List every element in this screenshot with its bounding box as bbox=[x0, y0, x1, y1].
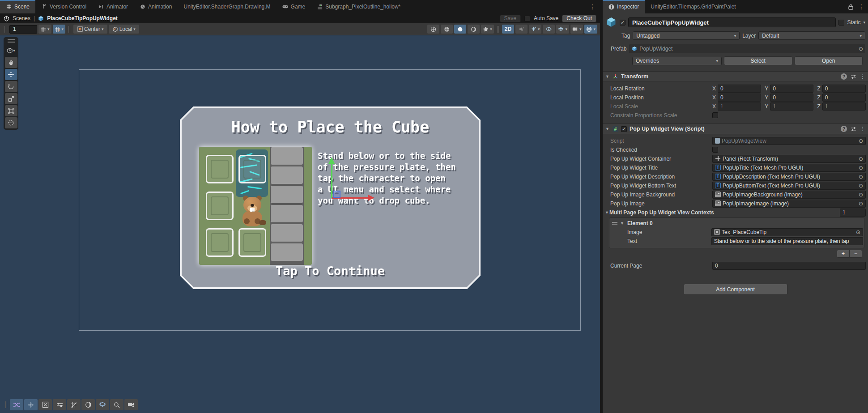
tab-game[interactable]: Game bbox=[277, 0, 311, 13]
foldout-icon[interactable]: ▼ bbox=[620, 221, 625, 226]
sliders-button[interactable] bbox=[53, 399, 66, 410]
scale-tool-button[interactable] bbox=[5, 93, 17, 104]
free-transform-button[interactable] bbox=[38, 399, 52, 410]
tab-shadergraph[interactable]: UnityEditor.ShaderGraph.Drawing.M bbox=[178, 0, 276, 13]
crescent-light-button[interactable] bbox=[81, 399, 95, 410]
mode-2d-button[interactable]: 2D bbox=[502, 25, 514, 34]
breadcrumb-root[interactable]: Scenes bbox=[13, 15, 30, 21]
debug-dropdown-button[interactable]: ▾ bbox=[481, 25, 494, 34]
toolbar-grip[interactable] bbox=[68, 26, 70, 33]
object-picker-icon[interactable]: ⊙ bbox=[859, 192, 863, 198]
select-button[interactable]: Select bbox=[724, 56, 792, 65]
component-kebab-icon[interactable]: ⋮ bbox=[860, 73, 865, 80]
rotation-y-field[interactable]: 0 bbox=[770, 85, 813, 93]
object-picker-icon[interactable]: ⊙ bbox=[859, 183, 863, 189]
scale-y-field[interactable]: 1 bbox=[770, 102, 813, 111]
tab-scene[interactable]: Scene bbox=[0, 0, 35, 13]
remove-element-button[interactable]: − bbox=[850, 250, 862, 258]
bottom-text-object-field[interactable]: PopUpButtomText (Text Mesh Pro UGUI) ⊙ bbox=[712, 182, 866, 190]
tab-subgraph[interactable]: Subgraph_PixelOutline_hollow* bbox=[311, 0, 406, 13]
move-tool-button[interactable] bbox=[5, 69, 17, 80]
tab-animator[interactable]: Animator bbox=[92, 0, 134, 13]
object-picker-icon[interactable]: ⊙ bbox=[856, 229, 860, 235]
search-button[interactable] bbox=[110, 399, 123, 410]
tool-context-dropdown[interactable]: ▾ bbox=[5, 45, 17, 56]
camera-dropdown-button[interactable]: ▾ bbox=[570, 25, 583, 34]
scale-z-field[interactable]: 1 bbox=[822, 102, 866, 111]
foldout-icon[interactable]: ▼ bbox=[605, 210, 609, 215]
overlay-grip-icon[interactable] bbox=[8, 39, 15, 43]
move-overlay-button[interactable] bbox=[24, 399, 38, 410]
gizmo-y-axis[interactable] bbox=[331, 163, 332, 198]
rotate-tool-button[interactable] bbox=[5, 81, 17, 92]
foldout-icon[interactable]: ▼ bbox=[605, 74, 610, 79]
overrides-dropdown[interactable]: Overrides ▾ bbox=[632, 57, 722, 65]
effects-dropdown-button[interactable]: ▾ bbox=[529, 25, 542, 34]
check-out-button[interactable]: Check Out bbox=[562, 15, 596, 22]
orientation-dropdown[interactable]: Local ▾ bbox=[109, 25, 139, 34]
tilemap-button[interactable] bbox=[96, 399, 109, 410]
auto-save-checkbox[interactable] bbox=[524, 16, 530, 21]
constrain-checkbox[interactable] bbox=[712, 112, 718, 118]
rotation-z-field[interactable]: 0 bbox=[822, 85, 866, 93]
grid-off-button[interactable] bbox=[67, 399, 81, 410]
image-background-object-field[interactable]: PopUpImageBackground (Image) ⊙ bbox=[712, 191, 866, 199]
chevron-down-icon[interactable]: ▾ bbox=[863, 20, 865, 25]
breadcrumb-current[interactable]: PlaceCubeTipPopUpWidget bbox=[47, 15, 118, 21]
tab-version-control[interactable]: Version Control bbox=[35, 0, 92, 13]
description-object-field[interactable]: PopUpDescription (Text Mesh Pro UGUI) ⊙ bbox=[712, 173, 866, 181]
position-y-field[interactable]: 0 bbox=[770, 94, 813, 102]
help-icon[interactable] bbox=[841, 73, 847, 80]
overlay-toolbar-grip[interactable] bbox=[5, 401, 7, 408]
add-component-button[interactable]: Add Component bbox=[684, 284, 787, 295]
popup-image-object-field[interactable]: PopUpImageImage (Image) ⊙ bbox=[712, 200, 866, 208]
component-kebab-icon[interactable]: ⋮ bbox=[860, 126, 865, 132]
gizmo-xy-plane-handle[interactable] bbox=[333, 191, 340, 198]
object-picker-icon[interactable]: ⊙ bbox=[859, 174, 863, 180]
transform-header[interactable]: ▼ Transform ⋮ bbox=[603, 71, 868, 82]
component-enabled-checkbox[interactable] bbox=[621, 126, 627, 132]
multi-page-contexts-row[interactable]: ▼ Multi Page Pop Up Widget View Contexts… bbox=[605, 208, 866, 217]
static-checkbox[interactable] bbox=[838, 20, 844, 26]
object-picker-icon[interactable]: ⊙ bbox=[859, 46, 863, 52]
random-placement-button[interactable] bbox=[10, 399, 23, 410]
save-button[interactable]: Save bbox=[500, 15, 521, 22]
script-component-header[interactable]: ▼ # Pop Up Widget View (Script) ⋮ bbox=[603, 123, 868, 134]
gizmo-dropdown-button[interactable]: ▾ bbox=[584, 25, 597, 34]
add-element-button[interactable]: + bbox=[837, 250, 850, 258]
toolbar-grip[interactable] bbox=[4, 26, 6, 33]
layer-dropdown[interactable]: Default ▾ bbox=[758, 31, 865, 40]
position-z-field[interactable]: 0 bbox=[822, 94, 866, 102]
toolbar-grip[interactable] bbox=[497, 26, 499, 33]
presets-icon[interactable] bbox=[851, 74, 856, 80]
snap-toggle-button[interactable]: ▾ bbox=[53, 25, 66, 34]
layers-dropdown-button[interactable]: ▾ bbox=[556, 25, 569, 34]
grid-size-field[interactable]: 1 bbox=[9, 25, 37, 34]
lock-icon[interactable] bbox=[848, 4, 854, 10]
shading-shaded-button[interactable] bbox=[441, 25, 453, 34]
prefab-object-field[interactable]: PopUpWidget ⊙ bbox=[629, 44, 865, 53]
hand-tool-button[interactable] bbox=[5, 57, 17, 68]
element-image-object-field[interactable]: Tex_PlaceCubeTip ⊙ bbox=[711, 228, 863, 236]
element-text-field[interactable]: Stand below or to the side of the pressu… bbox=[711, 237, 863, 245]
tag-dropdown[interactable]: Untagged ▾ bbox=[633, 31, 740, 40]
object-picker-icon[interactable]: ⊙ bbox=[859, 165, 863, 171]
object-picker-icon[interactable]: ⊙ bbox=[859, 200, 863, 207]
inspector-kebab-icon[interactable]: ⋮ bbox=[858, 3, 864, 10]
lighting-off-button[interactable] bbox=[468, 25, 480, 34]
scene-kebab-icon[interactable]: ⋮ bbox=[585, 3, 600, 10]
grid-visibility-button[interactable]: ▾ bbox=[38, 25, 51, 34]
active-checkbox[interactable] bbox=[620, 20, 625, 26]
pivot-dropdown[interactable]: Center ▾ bbox=[73, 25, 107, 34]
element-0-header[interactable]: ▼ Element 0 bbox=[610, 219, 863, 228]
object-picker-icon[interactable]: ⊙ bbox=[859, 156, 863, 162]
rotation-x-field[interactable]: 0 bbox=[718, 85, 761, 93]
rect-tool-button[interactable] bbox=[5, 105, 17, 116]
scale-x-field[interactable]: 1 bbox=[718, 102, 761, 111]
shading-wireframe-button[interactable] bbox=[427, 25, 439, 34]
audio-toggle-button[interactable] bbox=[515, 25, 528, 34]
drag-handle-icon[interactable] bbox=[612, 222, 617, 225]
transform-tool-button[interactable] bbox=[5, 117, 17, 128]
tab-inspector[interactable]: Inspector bbox=[603, 0, 645, 13]
gameobject-name-field[interactable]: PlaceCubeTipPopUpWidget bbox=[628, 17, 836, 27]
